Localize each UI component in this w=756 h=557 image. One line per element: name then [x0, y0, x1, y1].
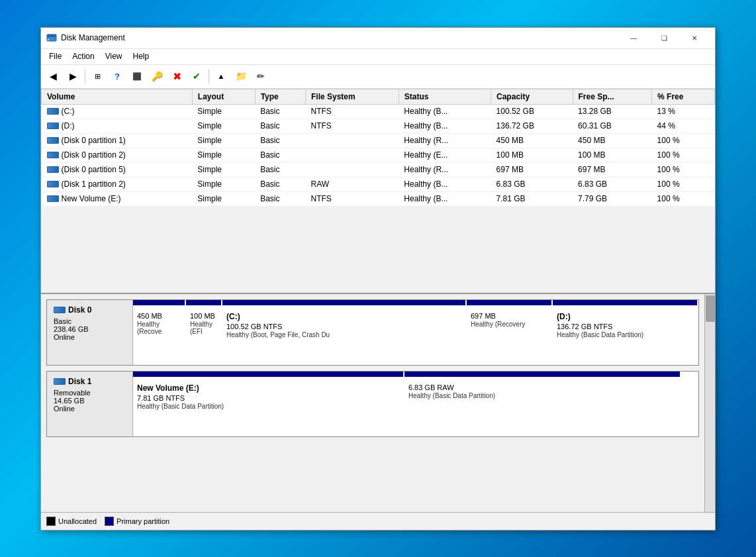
cell-status: Healthy (R... — [399, 133, 491, 148]
toolbar-back[interactable]: ◀ — [44, 68, 62, 85]
cell-status: Healthy (R... — [399, 162, 491, 177]
cell-pct: 100 % — [652, 148, 715, 162]
disk-0-icon — [54, 307, 66, 313]
cell-pct: 100 % — [652, 191, 715, 206]
cell-status: Healthy (B... — [399, 119, 491, 133]
cell-layout: Simple — [192, 104, 255, 119]
cell-capacity: 100.52 GB — [491, 104, 573, 119]
cell-capacity: 100 MB — [491, 148, 573, 162]
p0-1-desc: Healthy (Recove — [137, 321, 181, 335]
disk-0-partition-1[interactable]: 450 MB Healthy (Recove — [133, 300, 186, 365]
p1-e-name: New Volume (E:) — [137, 383, 399, 393]
disk-0-row: Disk 0 Basic 238.46 GB Online 450 MB Hea… — [46, 299, 699, 366]
cell-volume: (D:) — [42, 119, 193, 133]
toolbar-up[interactable]: ▲ — [212, 68, 230, 85]
toolbar-check[interactable]: ✔ — [187, 68, 206, 85]
p0-5-size: 697 MB — [471, 312, 547, 320]
table-row[interactable]: New Volume (E:) Simple Basic NTFS Health… — [42, 191, 715, 206]
cell-layout: Simple — [192, 177, 255, 191]
cell-status: Healthy (B... — [399, 191, 491, 206]
p1-raw-desc: Healthy (Basic Data Partition) — [408, 392, 676, 399]
disk-1-icon — [54, 378, 66, 385]
cell-fs: RAW — [305, 177, 399, 191]
disk-1-row: Disk 1 Removable 14.65 GB Online New Vol… — [46, 371, 699, 437]
toolbar-forward[interactable]: ▶ — [64, 68, 82, 85]
legend-unallocated: Unallocated — [46, 517, 97, 526]
minimize-button[interactable]: — — [618, 27, 649, 48]
toolbar-edit[interactable]: ✏ — [252, 68, 270, 85]
svg-rect-1 — [47, 34, 56, 37]
cell-free: 7.79 GB — [573, 191, 652, 206]
disk-0-name: Disk 0 — [54, 305, 126, 315]
col-layout: Layout — [192, 89, 255, 104]
disk-0-partition-5[interactable]: 697 MB Healthy (Recovery — [467, 300, 553, 365]
table-row[interactable]: (Disk 1 partition 2) Simple Basic RAW He… — [42, 177, 715, 191]
cell-type: Basic — [255, 104, 305, 119]
p1-raw-size: 6.83 GB RAW — [408, 383, 676, 391]
cell-capacity: 450 MB — [491, 133, 573, 148]
disk-0-partition-d[interactable]: (D:) 136.72 GB NTFS Healthy (Basic Data … — [553, 300, 698, 365]
cell-fs — [305, 133, 399, 148]
table-row[interactable]: (Disk 0 partition 5) Simple Basic Health… — [42, 162, 715, 177]
col-filesystem: File System — [305, 89, 399, 104]
col-status: Status — [399, 89, 491, 104]
p1-e-size: 7.81 GB NTFS — [137, 394, 399, 402]
toolbar-properties[interactable]: ⊞ — [88, 68, 107, 85]
volume-table: Volume Layout Type File System Status Ca… — [41, 89, 715, 207]
cell-type: Basic — [255, 133, 305, 148]
disk-1-type: Removable — [54, 389, 126, 397]
p0-c-name: (C:) — [226, 312, 461, 321]
disk-scrollbar[interactable] — [704, 294, 715, 512]
volume-table-area: Volume Layout Type File System Status Ca… — [41, 89, 715, 294]
legend-unallocated-label: Unallocated — [58, 517, 97, 525]
p0-c-desc: Healthy (Boot, Page File, Crash Du — [226, 331, 461, 338]
cell-fs: NTFS — [305, 191, 399, 206]
table-row[interactable]: (D:) Simple Basic NTFS Healthy (B... 136… — [42, 119, 715, 133]
cell-fs: NTFS — [305, 104, 399, 119]
table-row[interactable]: (Disk 0 partition 1) Simple Basic Health… — [42, 133, 715, 148]
svg-point-2 — [48, 39, 49, 40]
toolbar-folder[interactable]: 📁 — [232, 68, 250, 85]
disk-scroll-area[interactable]: Disk 0 Basic 238.46 GB Online 450 MB Hea… — [41, 294, 704, 512]
menu-help[interactable]: Help — [128, 50, 155, 62]
cell-capacity: 136.72 GB — [491, 119, 573, 133]
cell-volume: New Volume (E:) — [42, 191, 193, 206]
toolbar-help[interactable]: ? — [108, 68, 126, 85]
p1-e-desc: Healthy (Basic Data Partition) — [137, 403, 399, 410]
p0-d-name: (D:) — [557, 312, 693, 321]
window-title: Disk Management — [61, 33, 618, 42]
menu-action[interactable]: Action — [67, 50, 99, 62]
disk-0-type: Basic — [54, 317, 126, 325]
legend-bar: Unallocated Primary partition — [41, 512, 715, 530]
cell-free: 6.83 GB — [573, 177, 652, 191]
cell-layout: Simple — [192, 133, 255, 148]
cell-free: 450 MB — [573, 133, 652, 148]
maximize-button[interactable]: ❑ — [649, 27, 679, 48]
cell-type: Basic — [255, 191, 305, 206]
disk-1-partition-e[interactable]: New Volume (E:) 7.81 GB NTFS Healthy (Ba… — [133, 372, 404, 436]
cell-volume: (Disk 0 partition 2) — [42, 148, 193, 162]
disk-0-partition-c[interactable]: (C:) 100.52 GB NTFS Healthy (Boot, Page … — [222, 300, 467, 365]
cell-fs — [305, 148, 399, 162]
disk-0-label: Disk 0 Basic 238.46 GB Online — [47, 300, 133, 365]
toolbar-key[interactable]: 🔑 — [148, 68, 166, 85]
main-content: Volume Layout Type File System Status Ca… — [41, 89, 715, 530]
disk-1-partition-raw[interactable]: 6.83 GB RAW Healthy (Basic Data Partitio… — [404, 372, 681, 436]
disk-0-partition-2[interactable]: 100 MB Healthy (EFI — [186, 300, 222, 365]
cell-free: 60.31 GB — [573, 119, 652, 133]
toolbar-delete[interactable]: ✖ — [167, 68, 186, 85]
cell-layout: Simple — [192, 148, 255, 162]
close-button[interactable]: ✕ — [679, 27, 710, 48]
cell-fs: NTFS — [305, 119, 399, 133]
cell-volume: (Disk 0 partition 5) — [42, 162, 193, 177]
menu-bar: File Action View Help — [41, 49, 715, 65]
table-row[interactable]: (C:) Simple Basic NTFS Healthy (B... 100… — [42, 104, 715, 119]
cell-free: 13.28 GB — [573, 104, 652, 119]
menu-file[interactable]: File — [44, 50, 67, 62]
table-row[interactable]: (Disk 0 partition 2) Simple Basic Health… — [42, 148, 715, 162]
menu-view[interactable]: View — [100, 50, 128, 62]
col-type: Type — [255, 89, 305, 104]
scrollbar-thumb[interactable] — [706, 295, 715, 322]
toolbar-rescan[interactable]: ⬛ — [128, 68, 146, 85]
toolbar: ◀ ▶ ⊞ ? ⬛ 🔑 ✖ ✔ ▲ 📁 ✏ — [41, 65, 715, 89]
